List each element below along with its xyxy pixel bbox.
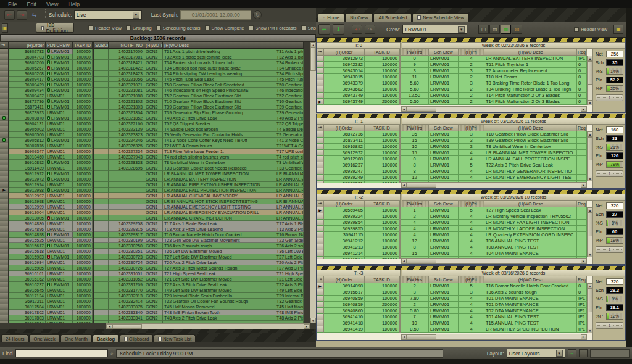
table-row[interactable]: 3694374910000012.50LRWM012T14 Pitch Malf… xyxy=(317,93,587,99)
row-gutter[interactable] xyxy=(0,71,9,77)
scroll-up-icon[interactable]: ▲ xyxy=(310,42,316,48)
select-all-icon[interactable]: ⇥ xyxy=(317,201,324,207)
column-header[interactable]: TASK ID xyxy=(73,42,93,49)
filter-button[interactable]: ▣ xyxy=(2,23,8,33)
table-row[interactable]: 3694301510000011LRWM012T10 Net Comm0 xyxy=(317,74,587,80)
scrollbar-thumb[interactable] xyxy=(588,289,592,312)
row-gutter[interactable] xyxy=(0,132,9,138)
column-header[interactable]: (H)WO Desc xyxy=(484,49,577,56)
menu-item-help[interactable]: Help xyxy=(64,1,84,7)
scroll-right-icon[interactable]: ► xyxy=(581,183,586,188)
table-row[interactable]: 369392471000008LRWM014LR MONTHLY GENERAT… xyxy=(317,168,587,175)
column-header[interactable]: TASK ID xyxy=(365,201,399,207)
scroll-down-icon[interactable]: ▼ xyxy=(588,252,592,257)
backlog-vertical-scrollbar[interactable]: ▲ ▼ xyxy=(310,42,316,323)
crew-select[interactable]: LRWM01 ▼ xyxy=(402,25,467,34)
table-row[interactable]: 36917124LRWM011000001402332313GCN2T29 In… xyxy=(0,293,310,299)
row-gutter[interactable] xyxy=(0,315,9,321)
table-row[interactable]: 36915618LRWM011000001402330251GCN2T36 Le… xyxy=(0,249,310,254)
scrollbar-thumb[interactable] xyxy=(407,334,436,339)
table-row[interactable]: 36915617LRWM011000001402330250GCN2T36 Ax… xyxy=(0,243,310,249)
table-row[interactable]: 36917803LRWM011000001402333341GCN2T48 Ax… xyxy=(0,315,310,321)
row-gutter[interactable] xyxy=(0,121,9,126)
row-gutter[interactable] xyxy=(317,232,324,238)
column-header[interactable]: SUBOP xyxy=(94,42,109,49)
vertical-scrollbar[interactable]: ▲▼ xyxy=(587,283,592,333)
scrollbar-thumb[interactable] xyxy=(407,107,436,112)
row-gutter[interactable] xyxy=(0,65,9,71)
column-header[interactable]: (H)Order xyxy=(324,201,365,207)
move-down-button[interactable]: ⬇ xyxy=(333,24,344,35)
table-row[interactable]: 36910460LRWM011000001402327943GCN2T4 red… xyxy=(0,154,310,160)
row-gutter[interactable] xyxy=(0,193,9,199)
row-gutter[interactable]: ▶ xyxy=(317,207,324,213)
column-header[interactable]: Req xyxy=(577,276,587,283)
scrollbar-thumb[interactable] xyxy=(407,259,436,263)
row-gutter[interactable] xyxy=(0,265,9,271)
scroll-right-icon[interactable]: ► xyxy=(581,259,586,263)
table-row[interactable]: 36912998LRWM01100000GCN1LR BI-ANNUAL HOT… xyxy=(0,199,310,204)
view-split-button[interactable]: ▤ xyxy=(489,25,500,34)
tab-new-task-list[interactable]: New Task List xyxy=(154,334,196,342)
table-row[interactable]: 3687341110000015LRWM013T39 Gearbox Pillo… xyxy=(317,138,587,144)
table-row[interactable]: 369433791000005.60LRWM013T8 Braking Time… xyxy=(317,80,587,86)
row-gutter[interactable] xyxy=(0,249,9,254)
table-row[interactable]: 36905812LRWM011000001402324246GCN2T41 2 … xyxy=(0,138,310,143)
row-gutter[interactable] xyxy=(0,204,9,210)
option-header-view[interactable]: Header View xyxy=(88,25,122,31)
column-header[interactable]: PW Hrs xyxy=(401,125,429,131)
select-all-icon[interactable]: ⇥ xyxy=(317,125,324,131)
row-gutter[interactable] xyxy=(317,226,324,232)
table-row[interactable]: 36805268LRWM011000001402318423GCN2T34 Pi… xyxy=(0,71,310,77)
vertical-scrollbar[interactable]: ▲▼ xyxy=(587,131,592,181)
row-gutter[interactable] xyxy=(0,271,9,276)
row-gutter[interactable] xyxy=(0,99,9,104)
option-show-pm-forecasts[interactable]: Show PM Forecasts xyxy=(249,25,297,31)
column-header[interactable] xyxy=(275,42,304,49)
table-row[interactable]: 36915985LRWM011000001402330726GCN2T27 Ax… xyxy=(0,265,310,271)
undo-button[interactable]: ↶ xyxy=(352,25,362,34)
column-header[interactable]: NOTIF_NO xyxy=(109,42,144,49)
view-multi-button[interactable]: ▦ xyxy=(501,25,511,34)
table-row[interactable]: 3691089210000010LRWM013T8 Umbilical Wear… xyxy=(317,144,587,150)
week-action-button[interactable]: 1 xyxy=(596,94,623,101)
row-gutter[interactable] xyxy=(0,310,9,315)
row-gutter[interactable] xyxy=(317,93,324,99)
row-gutter[interactable] xyxy=(0,243,9,249)
row-gutter[interactable] xyxy=(0,287,9,293)
column-header[interactable]: (H)Pri xyxy=(459,125,484,131)
table-row[interactable]: 36804703LRWM011000001402317981GCN2T32 Ax… xyxy=(0,54,310,60)
scrollbar-thumb[interactable] xyxy=(407,183,436,188)
tab-24-hours[interactable]: 24 Hours xyxy=(1,334,28,342)
row-gutter[interactable] xyxy=(0,104,9,110)
column-header[interactable]: Req xyxy=(577,125,587,131)
table-row[interactable]: 36915983LRWM011000001402330723GCN2T27 Le… xyxy=(0,254,310,260)
panel-options-button[interactable]: ▣ xyxy=(613,25,623,34)
scroll-left-icon[interactable]: ◄ xyxy=(401,183,407,188)
row-gutter[interactable] xyxy=(0,115,9,121)
column-header[interactable]: Sch Crew xyxy=(429,125,459,131)
jump-first-button[interactable]: ⇤ xyxy=(4,10,15,20)
row-gutter[interactable] xyxy=(0,110,9,115)
schedule-select[interactable]: Live ▼ xyxy=(74,10,142,20)
table-row[interactable]: 36916645LRWM011000001402331770GCN2T49 Le… xyxy=(0,287,310,293)
column-header[interactable]: (H)WO Desc xyxy=(163,42,275,49)
table-row[interactable]: 36805267LRWM011000001402318422GCN2T34 St… xyxy=(0,65,310,71)
row-gutter[interactable] xyxy=(317,144,324,150)
table-row[interactable]: 36809434LRWM011000001402321081GCN2T46 In… xyxy=(0,88,310,93)
table-row[interactable]: 36809437LRWM011000001402321088GCN2T52 Ge… xyxy=(0,93,310,99)
horizontal-scrollbar[interactable]: ◄► xyxy=(401,258,587,264)
row-gutter[interactable] xyxy=(317,250,324,257)
row-gutter[interactable] xyxy=(317,168,324,175)
table-row[interactable]: 369129881000000LRWM014LR ANNUAL FALL PRO… xyxy=(317,156,587,162)
scroll-up-icon[interactable]: ▲ xyxy=(588,56,592,61)
row-gutter[interactable] xyxy=(317,244,324,250)
row-gutter[interactable] xyxy=(0,321,9,323)
checkbox[interactable] xyxy=(88,25,93,30)
table-row[interactable]: 3691297210000015LRWM014LR BI-ANNUAL MET … xyxy=(317,150,587,156)
table-row[interactable]: 36913005LRWM01100000GCN1LR ANNUAL CRANE … xyxy=(0,215,310,221)
checkbox[interactable] xyxy=(301,25,306,30)
scroll-left-icon[interactable]: ◄ xyxy=(401,107,407,112)
table-row[interactable]: 36802783LRWM011000001402317000GCN2T31 Ax… xyxy=(0,49,310,54)
table-row[interactable]: 369411151000004LRWM014LR Quarterly EXTEN… xyxy=(317,232,587,238)
